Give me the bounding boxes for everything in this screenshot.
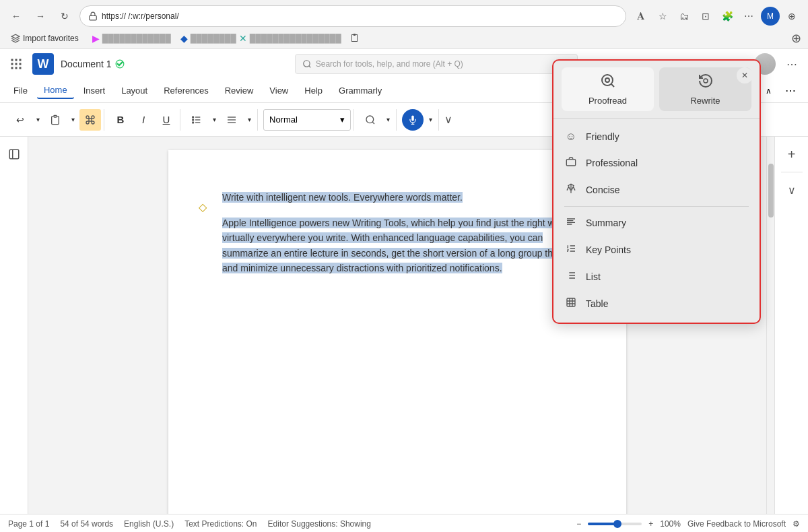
blue-icon: ◆ [180,33,188,44]
bullets-dropdown[interactable]: ▾ [209,109,220,131]
align-icon [226,114,237,125]
settings-button[interactable]: ⚙ [793,519,800,529]
cloud-sync-icon [115,59,125,69]
zoom-button[interactable]: ⊕ [782,7,801,26]
zoom-in-button[interactable]: + [648,519,653,529]
clipboard-dropdown[interactable]: ▾ [67,109,78,131]
font-group: B I U [107,109,180,131]
app-grid-button[interactable] [7,55,26,73]
favorites-button[interactable]: ☆ [653,7,672,26]
bullets-icon [191,114,202,125]
status-right: − + 100% Give Feedback to Microsoft ⚙ [576,519,800,529]
proofread-svg [600,73,616,89]
table-svg-icon [566,297,576,308]
align-dropdown[interactable]: ▾ [244,109,255,131]
vertical-scrollbar[interactable] [766,137,774,514]
bullets-button[interactable] [186,109,207,131]
menu-item-key-points[interactable]: Key Points [553,236,760,263]
teal-icon: ✕ [239,33,247,44]
svg-rect-11 [54,115,57,117]
zoom-slider[interactable] [588,523,642,525]
more-ribbon-btn[interactable]: ⋯ [780,81,801,100]
refresh-button[interactable]: ↻ [55,7,74,26]
mic-dropdown[interactable]: ▾ [425,109,436,131]
italic-button[interactable]: I [133,109,154,131]
search-icon [302,59,312,69]
menu-home[interactable]: Home [37,82,74,99]
heading-block: Write with intelligent new tools. Everyw… [222,191,579,205]
style-group: Normal ▾ [261,109,354,131]
sidebar-toggle-button[interactable] [3,143,25,165]
read-aloud-button[interactable]: 𝐀 [632,7,650,26]
underline-button[interactable]: U [156,109,177,131]
search-globe-btn[interactable]: ⊕ [791,31,801,46]
undo-button[interactable]: ↩ [9,109,31,131]
undo-dropdown[interactable]: ▾ [32,109,43,131]
extensions-button[interactable]: 🧩 [718,7,737,26]
svg-point-27 [605,78,609,82]
list-group: ▾ ▾ [183,109,258,131]
undo-group: ↩ ▾ ▾ [7,109,104,131]
proofread-tab[interactable]: Proofread [562,67,654,111]
menu-item-list[interactable]: List [553,263,760,290]
menu-layout[interactable]: Layout [114,83,154,98]
split-view-button[interactable]: ⊡ [696,7,715,26]
browser-action-buttons: 𝐀 ☆ 🗂 ⊡ 🧩 ⋯ M ⊕ [632,7,801,26]
collections-button[interactable]: 🗂 [675,7,694,26]
friendly-label: Friendly [586,131,619,142]
profile-button[interactable]: M [761,7,780,26]
svg-point-28 [704,79,708,83]
find-icon [365,114,376,125]
menu-item-summary[interactable]: Summary [553,209,760,236]
concise-label: Concise [586,185,620,195]
bookmark-text-2: ████████ [191,34,236,43]
back-button[interactable]: ← [7,7,26,26]
style-dropdown[interactable]: Normal ▾ [263,109,351,131]
menu-insert[interactable]: Insert [77,83,112,98]
svg-rect-4 [11,63,13,65]
toolbar-expand-btn[interactable]: ∨ [444,113,452,126]
svg-rect-2 [15,59,18,61]
align-button[interactable] [221,109,242,131]
menu-item-professional[interactable]: Professional [553,149,760,176]
svg-rect-9 [20,67,22,69]
format-painter-button[interactable] [79,109,101,131]
menu-help[interactable]: Help [298,83,329,98]
menu-review[interactable]: Review [218,83,261,98]
bookmark-pink[interactable]: ▶ ████████████ [88,32,175,45]
zoom-out-button[interactable]: − [576,519,581,529]
forward-button[interactable]: → [31,7,50,26]
selected-body: Apple Intelligence powers new Writing To… [222,218,574,273]
find-dropdown[interactable]: ▾ [382,109,393,131]
summary-icon [564,216,578,230]
clipboard-button[interactable] [44,109,66,131]
menu-item-table[interactable]: Table [553,290,760,317]
menu-file[interactable]: File [7,83,34,98]
table-label: Table [586,298,608,309]
menu-references[interactable]: References [157,83,215,98]
add-panel-button[interactable]: + [781,143,803,165]
format-painter-icon [85,114,96,125]
summary-label: Summary [586,218,626,228]
menu-grammarly[interactable]: Grammarly [332,83,389,98]
mic-button[interactable] [402,109,424,131]
search-bar[interactable]: Search for tools, help, and more (Alt + … [295,54,578,74]
collapse-ribbon-btn[interactable]: ∧ [760,84,777,98]
grid-icon [10,58,22,70]
bold-button[interactable]: B [110,109,131,131]
down-panel-button[interactable]: ∨ [781,179,803,201]
more-options-button[interactable]: ⋯ [782,55,801,73]
menu-view[interactable]: View [263,83,295,98]
svg-point-15 [193,117,194,118]
find-button[interactable] [360,109,381,131]
more-button[interactable]: ⋯ [739,7,758,26]
menu-item-friendly[interactable]: ☺ Friendly [553,124,760,149]
popup-close-button[interactable]: ✕ [737,67,753,84]
import-favorites-btn[interactable]: Import favorites [7,32,83,44]
new-tab-btn[interactable]: 🗒 [349,32,360,44]
scrollbar-thumb[interactable] [768,164,774,218]
feedback-button[interactable]: Give Feedback to Microsoft [687,519,786,529]
menu-item-concise[interactable]: Concise [553,176,760,203]
address-bar[interactable]: https:// /:w:r/personal/ [79,5,626,27]
menu-divider [564,206,749,207]
